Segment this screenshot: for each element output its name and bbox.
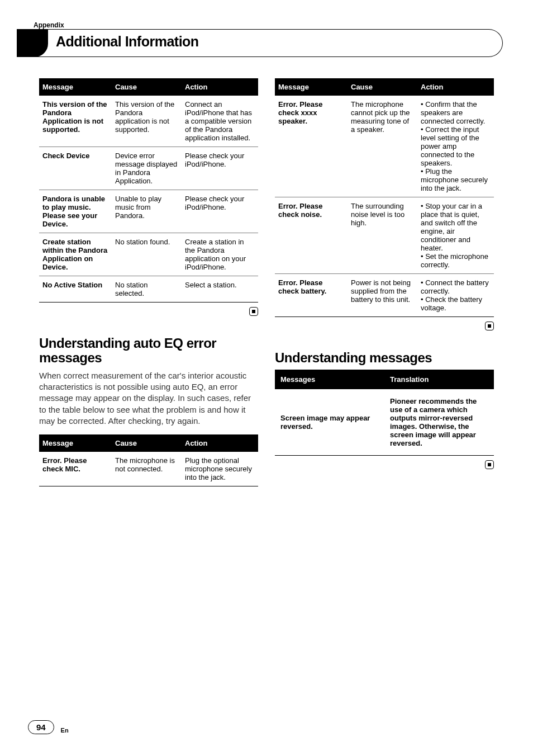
msg-cell: Screen image may appear reversed. [275,389,384,456]
th-message: Message [39,434,112,452]
action-cell: Connect an iPod/iPhone that has a compat… [182,96,258,147]
left-column: Message Cause Action This version of the… [39,78,258,486]
table-row: Error. Please check xxxx speaker. The mi… [275,96,494,197]
list-item: Correct the input level setting of the p… [421,125,491,167]
table-row: No Active Station No station selected. S… [39,276,258,303]
th-message: Message [39,78,112,96]
msg-cell: Error. Please check MIC. [39,452,112,486]
table-row: Error. Please check MIC. The microphone … [39,452,258,486]
action-cell: Connect the battery correctly. Check the… [417,274,494,317]
appendix-label: Appendix [34,21,64,29]
end-of-section-icon [39,306,258,316]
table-row: Error. Please check battery. Power is no… [275,274,494,317]
msg-cell: Pandora is unable to play music. Please … [39,190,112,233]
cause-cell: This version of the Pandora application … [112,96,182,147]
th-cause: Cause [348,78,417,96]
content-area: Message Cause Action This version of the… [39,78,494,486]
action-cell: Confirm that the speakers are connected … [417,96,494,197]
msg-cell: This version of the Pandora Application … [39,96,112,147]
cause-cell: No station selected. [112,276,182,303]
table-row: Screen image may appear reversed. Pionee… [275,389,494,456]
list-item: Plug the microphone securely into the ja… [421,167,491,192]
messages-table: Messages Translation Screen image may ap… [275,370,494,456]
msg-cell: Error. Please check xxxx speaker. [275,96,348,197]
list-item: Set the microphone correctly. [421,252,491,269]
action-cell: Create a station in the Pandora applicat… [182,233,258,276]
list-item: Confirm that the speakers are connected … [421,100,491,125]
cause-cell: Device error message displayed in Pandor… [112,147,182,190]
th-action: Action [417,78,494,96]
th-message: Message [275,78,348,96]
msg-cell: No Active Station [39,276,112,303]
table-row: Create station within the Pandora Applic… [39,233,258,276]
msg-cell: Check Device [39,147,112,190]
table-row: Pandora is unable to play music. Please … [39,190,258,233]
action-cell: Stop your car in a place that is quiet, … [417,197,494,274]
list-item: Stop your car in a place that is quiet, … [421,202,491,252]
cause-cell: The surrounding noise level is too high. [348,197,417,274]
error-table-right: Message Cause Action Error. Please check… [275,78,494,317]
action-cell: Please check your iPod/iPhone. [182,147,258,190]
header-tab-shape [17,29,48,57]
page-number-value: 94 [28,720,54,734]
cause-cell: No station found. [112,233,182,276]
end-of-section-icon [275,320,494,330]
autoeq-heading: Understanding auto EQ error messages [39,336,258,366]
table-row: Error. Please check noise. The surroundi… [275,197,494,274]
understanding-heading: Understanding messages [275,351,494,365]
list-item: Connect the battery correctly. [421,278,491,295]
msg-cell: Error. Please check battery. [275,274,348,317]
action-cell: Select a station. [182,276,258,303]
page-title: Additional Information [56,34,199,50]
list-item: Check the battery voltage. [421,295,491,312]
action-cell: Please check your iPod/iPhone. [182,190,258,233]
cause-cell: Power is not being supplied from the bat… [348,274,417,317]
th-cause: Cause [112,78,182,96]
translation-cell: Pioneer recommends the use of a camera w… [384,389,494,456]
right-column: Message Cause Action Error. Please check… [275,78,494,486]
autoeq-body: When correct measurement of the car's in… [39,370,258,427]
msg-cell: Create station within the Pandora Applic… [39,233,112,276]
th-action: Action [182,434,258,452]
th-messages: Messages [275,370,384,389]
end-of-section-icon [275,459,494,469]
table-row: Check Device Device error message displa… [39,147,258,190]
msg-cell: Error. Please check noise. [275,197,348,274]
table-row: This version of the Pandora Application … [39,96,258,147]
autoeq-error-table: Message Cause Action Error. Please check… [39,434,258,486]
cause-cell: Unable to play music from Pandora. [112,190,182,233]
page-number: 94 En [28,722,69,734]
cause-cell: The microphone cannot pick up the measur… [348,96,417,197]
cause-cell: The microphone is not connected. [112,452,182,486]
action-cell: Plug the optional microphone securely in… [182,452,258,486]
th-action: Action [182,78,258,96]
th-translation: Translation [384,370,494,389]
error-table-left: Message Cause Action This version of the… [39,78,258,303]
page-lang: En [61,727,69,734]
th-cause: Cause [112,434,182,452]
